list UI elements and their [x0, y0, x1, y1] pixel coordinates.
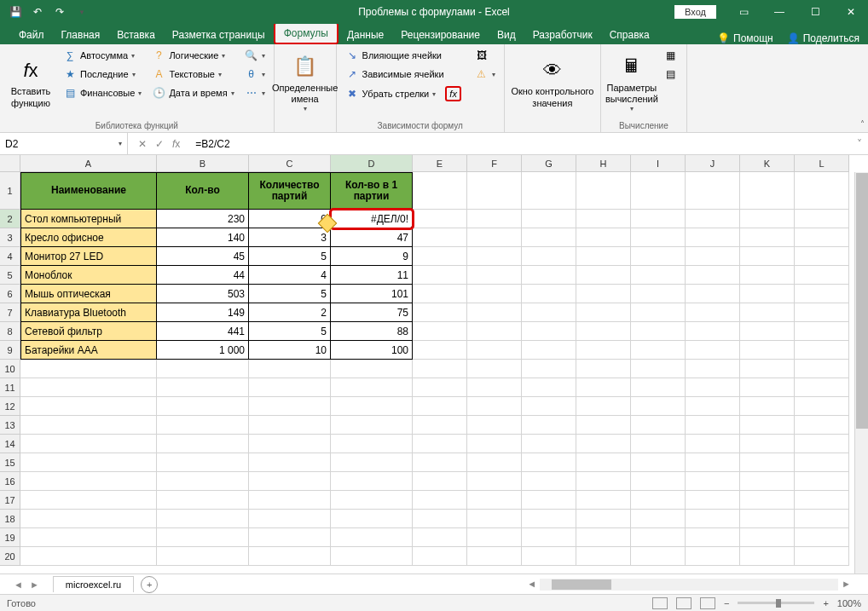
cancel-formula-icon[interactable]: ✕ [138, 138, 147, 150]
name-box[interactable]: D2▾ [0, 133, 128, 154]
ribbon-options-icon[interactable]: ▭ [726, 0, 761, 24]
cell-name[interactable]: Моноблок [20, 266, 157, 285]
maximize-icon[interactable]: ☐ [798, 0, 832, 24]
row-header[interactable]: 13 [0, 416, 20, 435]
tab-formulas[interactable]: Формулы [274, 22, 339, 44]
row-header[interactable]: 14 [0, 435, 20, 453]
vertical-scrollbar[interactable] [854, 172, 868, 574]
row-header[interactable]: 7 [0, 303, 20, 322]
share-icon[interactable]: 👤 [787, 32, 800, 44]
row-header[interactable]: 19 [0, 528, 20, 547]
cell-name[interactable]: Кресло офисное [20, 228, 157, 247]
calc-options-button[interactable]: 🖩 Параметры вычислений▾ [606, 47, 657, 119]
error-checking-button[interactable]: ⚠▾ [472, 66, 499, 83]
tab-home[interactable]: Главная [53, 26, 109, 44]
column-header-A[interactable]: A [20, 155, 157, 172]
hscroll-right-icon[interactable]: ► [842, 579, 851, 591]
cell-parties[interactable]: 5 [249, 247, 331, 266]
cell-result[interactable]: 47 [331, 228, 413, 247]
row-header[interactable]: 11 [0, 378, 20, 397]
column-header-L[interactable]: L [795, 155, 849, 172]
text-button[interactable]: AТекстовые▾ [148, 66, 237, 83]
cell-qty[interactable]: 44 [157, 266, 249, 285]
hscroll-left-icon[interactable]: ◄ [527, 579, 536, 591]
redo-icon[interactable]: ↷ [53, 5, 67, 19]
row-header[interactable]: 15 [0, 453, 20, 472]
cell-qty[interactable]: 503 [157, 285, 249, 303]
zoom-level[interactable]: 100% [837, 598, 861, 608]
lookup-button[interactable]: 🔍▾ [241, 47, 269, 64]
column-header-F[interactable]: F [467, 155, 522, 172]
show-formulas-button[interactable]: 🖾 [472, 47, 499, 64]
financial-button[interactable]: ▤Финансовые▾ [60, 84, 145, 101]
cell-result[interactable]: 9 [331, 247, 413, 266]
cell-parties[interactable]: 3 [249, 228, 331, 247]
normal-view-button[interactable] [652, 597, 668, 609]
minimize-icon[interactable]: — [762, 0, 796, 24]
expand-formula-bar-icon[interactable]: ˅ [851, 138, 868, 150]
zoom-slider[interactable] [738, 602, 814, 604]
cell-name[interactable]: Монитор 27 LED [20, 247, 157, 266]
cell-name[interactable]: Мышь оптическая [20, 285, 157, 303]
row-header[interactable]: 20 [0, 547, 20, 566]
tab-review[interactable]: Рецензирование [392, 26, 489, 44]
select-all-corner[interactable] [0, 155, 20, 172]
cell-qty[interactable]: 149 [157, 303, 249, 322]
tab-insert[interactable]: Вставка [108, 26, 164, 44]
row-header[interactable]: 8 [0, 322, 20, 341]
cell-qty[interactable]: 45 [157, 247, 249, 266]
cell-qty[interactable]: 230 [157, 210, 249, 228]
calc-now-button[interactable]: ▦ [661, 47, 681, 64]
cell-parties[interactable]: 4 [249, 266, 331, 285]
recent-button[interactable]: ★Последние▾ [60, 66, 145, 83]
zoom-out-button[interactable]: − [724, 598, 729, 608]
math-button[interactable]: θ▾ [241, 66, 269, 83]
cell-result[interactable]: 75 [331, 303, 413, 322]
page-break-view-button[interactable] [700, 597, 715, 609]
share-label[interactable]: Поделиться [803, 32, 859, 44]
horizontal-scrollbar[interactable] [540, 579, 838, 591]
defined-names-button[interactable]: 📋 Определенные имена▾ [280, 47, 331, 119]
tell-me-label[interactable]: Помощн [733, 32, 773, 44]
row-header[interactable]: 5 [0, 266, 20, 285]
row-header[interactable]: 17 [0, 491, 20, 510]
datetime-button[interactable]: 🕒Дата и время▾ [148, 84, 237, 101]
cell-qty[interactable]: 1 000 [157, 341, 249, 360]
row-header[interactable]: 9 [0, 341, 20, 360]
column-header-G[interactable]: G [522, 155, 576, 172]
column-header-J[interactable]: J [686, 155, 740, 172]
cell-parties[interactable]: 10 [249, 341, 331, 360]
cell-qty[interactable]: 441 [157, 322, 249, 341]
cell-result[interactable]: 100 [331, 341, 413, 360]
cell-qty[interactable]: 140 [157, 228, 249, 247]
row-header[interactable]: 2 [0, 210, 20, 228]
row-header[interactable]: 1 [0, 172, 20, 210]
cell-result[interactable]: 88 [331, 322, 413, 341]
tab-layout[interactable]: Разметка страницы [164, 26, 274, 44]
row-header[interactable]: 12 [0, 397, 20, 416]
zoom-in-button[interactable]: + [823, 598, 828, 608]
row-header[interactable]: 4 [0, 247, 20, 266]
column-header-I[interactable]: I [631, 155, 686, 172]
tab-view[interactable]: Вид [489, 26, 524, 44]
tab-help[interactable]: Справка [601, 26, 658, 44]
cell-result[interactable]: 11 [331, 266, 413, 285]
more-functions-button[interactable]: ⋯▾ [241, 84, 269, 101]
formula-input[interactable]: =B2/C2 [190, 138, 851, 150]
column-header-K[interactable]: K [740, 155, 795, 172]
undo-icon[interactable]: ↶ [31, 5, 44, 19]
cell-result[interactable]: #ДЕЛ/0! [331, 210, 413, 228]
row-header[interactable]: 6 [0, 285, 20, 303]
cell-result[interactable]: 101 [331, 285, 413, 303]
cell-parties[interactable]: 5 [249, 285, 331, 303]
calc-sheet-button[interactable]: ▤ [661, 66, 681, 83]
tell-me-icon[interactable]: 💡 [717, 32, 730, 44]
evaluate-formula-button[interactable]: fx [445, 86, 461, 101]
row-header[interactable]: 3 [0, 228, 20, 247]
page-layout-view-button[interactable] [676, 597, 692, 609]
insert-function-button[interactable]: fx Вставить функцию [5, 47, 56, 119]
sheet-tab[interactable]: microexcel.ru [53, 576, 134, 592]
tab-file[interactable]: Файл [10, 26, 53, 44]
column-header-H[interactable]: H [576, 155, 631, 172]
sheet-nav-prev-icon[interactable]: ◄ [14, 579, 23, 590]
